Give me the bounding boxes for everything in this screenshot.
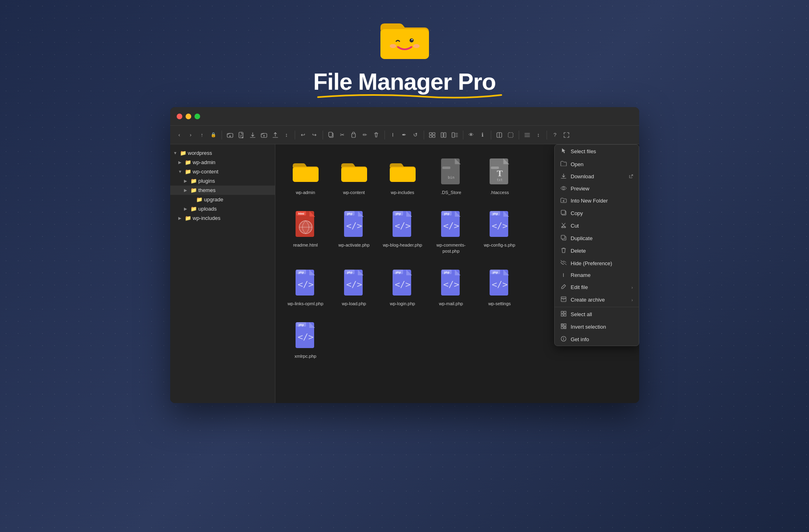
list-item[interactable]: php </> wp-load.php	[332, 264, 376, 310]
ctx-item-label: Get info	[571, 336, 633, 342]
eye-ctx-icon	[560, 186, 567, 192]
eye-slash-icon	[560, 260, 567, 266]
list-item[interactable]: html readme.html	[283, 205, 328, 257]
duplicate-icon	[560, 235, 567, 242]
minimize-button[interactable]	[186, 114, 191, 119]
list-item[interactable]: php </> xmlrpc.php	[283, 316, 328, 362]
pen-icon[interactable]: ✒	[400, 131, 409, 139]
list-item[interactable]: bin .DS_Store	[429, 152, 473, 198]
list-item[interactable]: wp-content	[332, 152, 376, 198]
ctx-hide[interactable]: Hide (Preference)	[555, 257, 639, 269]
arrow-icon: ▶	[184, 179, 189, 183]
delete-tb-icon[interactable]	[372, 131, 381, 139]
list-item[interactable]: wp-admin	[283, 152, 328, 198]
ctx-download[interactable]: Download	[555, 170, 639, 183]
file-label: wp-mail.php	[439, 301, 463, 306]
ctx-invert-selection[interactable]: Invert selection	[555, 321, 639, 333]
new-file-icon[interactable]	[237, 131, 246, 139]
new-folder-icon[interactable]	[226, 131, 234, 139]
list-item[interactable]: php </> wp-mail.php	[429, 264, 473, 310]
panel-icon[interactable]	[495, 131, 504, 139]
select-box-icon[interactable]	[428, 131, 437, 139]
ctx-duplicate[interactable]: Duplicate	[555, 232, 639, 245]
edit-tb-icon[interactable]: ✏	[361, 131, 370, 139]
back-button[interactable]: ‹	[175, 131, 184, 139]
sidebar-item-wp-admin[interactable]: ▶ 📁 wp-admin	[170, 158, 275, 167]
ctx-preview[interactable]: Preview	[555, 183, 639, 194]
download-icon[interactable]	[248, 131, 257, 139]
ctx-cut[interactable]: Cut	[555, 220, 639, 232]
list-item[interactable]: php </> wp-activate.php	[332, 205, 376, 257]
list-item[interactable]: wp-includes	[380, 152, 425, 198]
list-item[interactable]: T txt .htaccess	[477, 152, 522, 198]
panel2-icon[interactable]	[506, 131, 515, 139]
ctx-select-files[interactable]: Select files	[555, 145, 639, 158]
ctx-edit-file[interactable]: Edit file ›	[555, 281, 639, 293]
copy-tb-icon[interactable]	[327, 131, 336, 139]
sidebar-item-uploads[interactable]: ▶ 📁 uploads	[170, 204, 275, 213]
file-label: wp-blog-header.php	[383, 242, 422, 248]
ctx-delete[interactable]: Delete	[555, 245, 639, 257]
undo-icon[interactable]: ↩	[299, 131, 308, 139]
sidebar-item-upgrade[interactable]: ▶ 📁 upgrade	[170, 195, 275, 204]
sidebar-label: wordpress	[188, 150, 212, 156]
info-tb-icon[interactable]: ℹ	[478, 131, 487, 139]
upload-folder-icon[interactable]	[260, 131, 268, 139]
sidebar-item-plugins[interactable]: ▶ 📁 plugins	[170, 176, 275, 186]
svg-text:</>: </>	[298, 332, 314, 342]
ctx-get-info[interactable]: Get info	[555, 333, 639, 346]
sidebar-item-wp-content[interactable]: ▼ 📁 wp-content	[170, 167, 275, 176]
ctx-item-label: Select files	[571, 148, 633, 154]
svg-rect-18	[329, 132, 332, 137]
single-view-icon[interactable]	[439, 131, 448, 139]
close-button[interactable]	[177, 114, 182, 119]
redo-icon[interactable]: ↪	[310, 131, 319, 139]
cut-tb-icon[interactable]: ✂	[338, 131, 347, 139]
svg-text:php: php	[347, 271, 352, 274]
ctx-open[interactable]: Open	[555, 158, 639, 170]
sidebar-item-themes[interactable]: ▶ 📁 themes	[170, 186, 275, 195]
help-icon[interactable]: ?	[551, 131, 560, 139]
svg-rect-24	[433, 135, 435, 137]
sidebar-item-wp-includes[interactable]: ▶ 📁 wp-includes	[170, 213, 275, 223]
rename-icon: I	[560, 272, 567, 278]
up-button[interactable]: ↑	[198, 131, 207, 139]
list-item[interactable]: php </> wp-config-s.php	[477, 205, 522, 257]
ctx-item-label: Create archive	[571, 297, 627, 303]
file-label: wp-login.php	[390, 301, 415, 306]
sort-icon[interactable]: ↕	[534, 131, 543, 139]
list-item[interactable]: php </> wp-blog-header.php	[380, 205, 425, 257]
list-item[interactable]: php </> wp-links-opml.php	[283, 264, 328, 310]
sidebar: ▼ 📁 wordpress ▶ 📁 wp-admin ▼ 📁 wp-conten…	[170, 144, 275, 403]
folder-icon: 📁	[190, 206, 197, 212]
file-icon-wrapper: php </>	[437, 267, 465, 298]
ctx-select-all[interactable]: Select all	[555, 308, 639, 321]
svg-rect-1	[380, 29, 429, 59]
folder-icon: 📁	[185, 215, 191, 221]
lock-icon[interactable]: 🔒	[209, 131, 218, 139]
eye-tb-icon[interactable]: 👁	[467, 131, 476, 139]
forward-button[interactable]: ›	[186, 131, 195, 139]
fullscreen-icon[interactable]	[562, 131, 571, 139]
text-cursor-icon[interactable]: I	[389, 131, 397, 139]
arrow-icon: ▼	[173, 151, 178, 155]
maximize-button[interactable]	[194, 114, 200, 119]
svg-text:</>: </>	[395, 279, 411, 289]
list-item[interactable]: php </> wp-login.php	[380, 264, 425, 310]
ctx-into-new-folder[interactable]: Into New Folder	[555, 194, 639, 207]
select-multi-icon[interactable]	[450, 131, 459, 139]
paste-tb-icon[interactable]	[349, 131, 358, 139]
folder-open-icon	[560, 161, 567, 167]
svg-text:</>: </>	[346, 221, 362, 231]
list-item[interactable]: php </> wp-settings	[477, 264, 522, 310]
upload-icon[interactable]	[271, 131, 280, 139]
list-item[interactable]: php </> wp-comments-post.php	[429, 205, 473, 257]
list-view-icon[interactable]	[523, 131, 532, 139]
refresh-icon[interactable]: ↺	[411, 131, 420, 139]
ctx-copy[interactable]: Copy	[555, 207, 639, 220]
sidebar-item-wordpress[interactable]: ▼ 📁 wordpress	[170, 148, 275, 158]
ctx-create-archive[interactable]: Create archive ›	[555, 293, 639, 306]
ctx-item-label: Rename	[571, 272, 633, 278]
select-icon[interactable]: ↕	[282, 131, 291, 139]
ctx-rename[interactable]: I Rename	[555, 269, 639, 281]
